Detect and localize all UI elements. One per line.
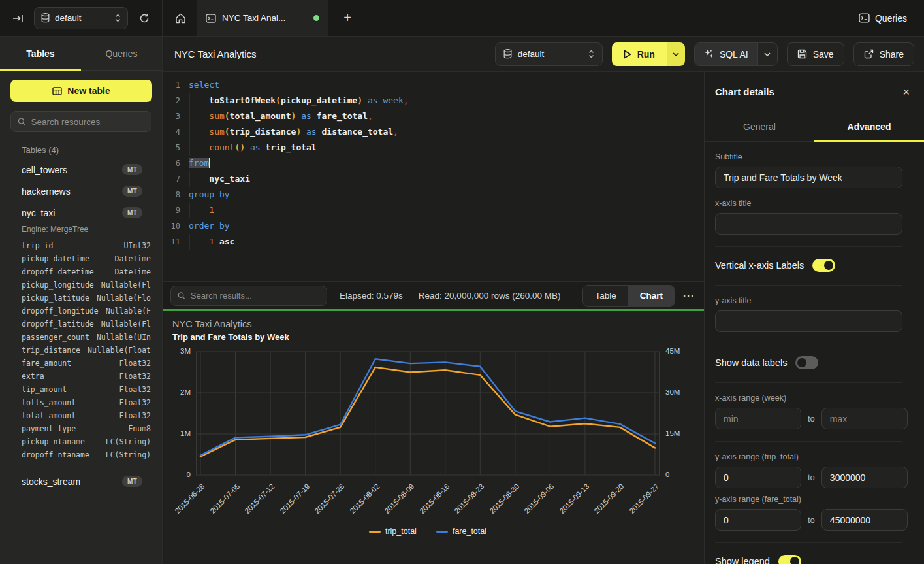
table-item-cell-towers[interactable]: cell_towers MT xyxy=(0,159,162,180)
view-toggle-chart[interactable]: Chart xyxy=(628,286,675,306)
run-options-button[interactable] xyxy=(667,42,685,66)
subtitle-input[interactable] xyxy=(715,167,902,188)
share-icon xyxy=(864,49,874,59)
x-axis-title-input[interactable] xyxy=(715,213,902,235)
sidebar-search-input[interactable] xyxy=(31,117,144,127)
refresh-button[interactable] xyxy=(136,10,153,27)
table-name: hackernews xyxy=(22,186,122,197)
table-item-nyc-taxi[interactable]: nyc_taxi MT xyxy=(0,202,162,224)
column-row: pickup_latitudeNullable(Flo xyxy=(0,291,162,305)
y-axis-range-trip-max-input[interactable] xyxy=(821,467,908,488)
sparkles-icon xyxy=(704,49,714,59)
to-label: to xyxy=(808,414,815,423)
y-axis-range-fare-max-input[interactable] xyxy=(821,509,908,531)
code-line[interactable]: 6from xyxy=(163,156,704,171)
read-stat: Read: 20,000,000 rows (260.00 MB) xyxy=(419,291,561,301)
view-toggle-table[interactable]: Table xyxy=(583,286,628,306)
view-toggle: Table Chart xyxy=(582,285,675,307)
legend-item-trip_total[interactable]: trip_total xyxy=(369,527,417,536)
show-data-labels-toggle[interactable] xyxy=(795,356,818,369)
table-item-stocks-stream[interactable]: stocks_stream MT xyxy=(0,471,162,492)
x-axis-range-label: x-axis range (week) xyxy=(715,393,902,403)
results-search-input[interactable] xyxy=(191,291,320,301)
column-row: dropoff_latitudeNullable(Fl xyxy=(0,318,162,331)
tab-general[interactable]: General xyxy=(705,112,814,141)
column-row: passenger_countNullable(UIn xyxy=(0,331,162,344)
run-button-group: Run xyxy=(612,42,685,66)
run-button[interactable]: Run xyxy=(612,42,667,66)
code-line[interactable]: 3 sum(total_amount) as fare_total, xyxy=(163,108,704,124)
code-line[interactable]: 5 count() as trip_total xyxy=(163,140,704,156)
y-axis-title-input[interactable] xyxy=(715,310,902,332)
new-table-button[interactable]: New table xyxy=(10,80,152,102)
x-axis-range-max-input[interactable] xyxy=(821,408,908,429)
sql-ai-options-button[interactable] xyxy=(757,43,777,65)
y-axis-tick: 3M xyxy=(165,347,191,355)
code-line[interactable]: 2 toStartOfWeek(pickup_datetime) as week… xyxy=(163,93,704,108)
show-data-labels-label: Show data labels xyxy=(715,357,787,368)
table-name: cell_towers xyxy=(22,165,122,175)
section-show-legend: Show legend xyxy=(715,543,902,564)
queries-button[interactable]: Queries xyxy=(859,13,907,24)
vertical-x-labels-toggle[interactable] xyxy=(812,259,835,272)
column-row: trip_distanceNullable(Float xyxy=(0,344,162,357)
column-row: dropoff_ntanameLC(String) xyxy=(0,448,162,461)
play-icon xyxy=(624,50,631,59)
sql-editor[interactable]: 1select2 toStartOfWeek(pickup_datetime) … xyxy=(163,72,704,281)
panel-header: Chart details × xyxy=(705,72,924,112)
legend-item-fare_total[interactable]: fare_total xyxy=(436,527,486,536)
code-line[interactable]: 10order by xyxy=(163,218,704,234)
column-row: total_amountFloat32 xyxy=(0,409,162,422)
subtitle-label: Subtitle xyxy=(715,152,902,161)
chart-plot[interactable] xyxy=(196,352,660,475)
query-tab[interactable]: NYC Taxi Anal... xyxy=(197,0,328,36)
query-header: NYC Taxi Analytics default Run xyxy=(163,37,924,72)
query-database-value: default xyxy=(518,49,582,59)
engine-badge: MT xyxy=(122,186,142,197)
y-axis-range-fare-min-input[interactable] xyxy=(715,509,801,531)
column-row: extraFloat32 xyxy=(0,370,162,383)
save-button[interactable]: Save xyxy=(787,42,844,66)
legend-swatch xyxy=(369,531,381,533)
table-name: nyc_taxi xyxy=(22,208,122,218)
code-line[interactable]: 4 sum(trip_distance) as distance_total, xyxy=(163,124,704,140)
chart-details-panel: Chart details × General Advanced Subtitl… xyxy=(704,72,924,564)
show-legend-toggle[interactable] xyxy=(778,555,801,564)
run-button-label: Run xyxy=(637,49,655,59)
queries-icon xyxy=(859,13,870,23)
code-line[interactable]: 9 1 xyxy=(163,203,704,218)
database-selector[interactable]: default xyxy=(34,7,128,29)
code-line[interactable]: 7 nyc_taxi xyxy=(163,171,704,187)
tab-advanced[interactable]: Advanced xyxy=(814,112,924,141)
chevron-down-icon xyxy=(764,52,771,56)
new-tab-button[interactable]: + xyxy=(336,7,358,29)
legend-label: fare_total xyxy=(453,527,486,536)
share-button[interactable]: Share xyxy=(853,42,914,66)
chart-legend: trip_totalfare_total xyxy=(196,527,660,536)
more-options-button[interactable]: ··· xyxy=(683,290,695,301)
code-line[interactable]: 11 1 asc xyxy=(163,234,704,250)
sidebar-tab-queries[interactable]: Queries xyxy=(81,37,162,70)
sql-ai-button[interactable]: SQL AI xyxy=(695,43,757,65)
chart-panel: NYC Taxi Analytics Trip and Fare Totals … xyxy=(163,311,704,564)
center-column: 1select2 toStartOfWeek(pickup_datetime) … xyxy=(163,72,704,564)
y-axis-range-trip-min-input[interactable] xyxy=(715,467,801,488)
y-axis-range-trip-label: y-axis range (trip_total) xyxy=(715,452,902,461)
close-icon[interactable]: × xyxy=(902,86,910,98)
section-x-axis-range: x-axis range (week) to xyxy=(715,383,902,442)
table-item-hackernews[interactable]: hackernews MT xyxy=(0,180,162,202)
x-axis-range-min-input[interactable] xyxy=(715,408,801,429)
sidebar-tab-tables[interactable]: Tables xyxy=(0,37,81,70)
save-button-label: Save xyxy=(813,49,834,59)
y-axis-tick: 2M xyxy=(165,388,191,396)
code-line[interactable]: 8group by xyxy=(163,187,704,203)
top-bar-left: default xyxy=(0,0,163,36)
results-bar: Elapsed: 0.579s Read: 20,000,000 rows (2… xyxy=(163,281,704,309)
x-axis-title-label: x-axis title xyxy=(715,199,902,208)
column-row: tip_amountFloat32 xyxy=(0,383,162,396)
home-button[interactable] xyxy=(168,7,193,29)
code-line[interactable]: 1select xyxy=(163,77,704,93)
y-axis-tick: 0 xyxy=(165,471,191,478)
query-database-selector[interactable]: default xyxy=(495,42,603,66)
collapse-sidebar-button[interactable] xyxy=(9,10,26,27)
